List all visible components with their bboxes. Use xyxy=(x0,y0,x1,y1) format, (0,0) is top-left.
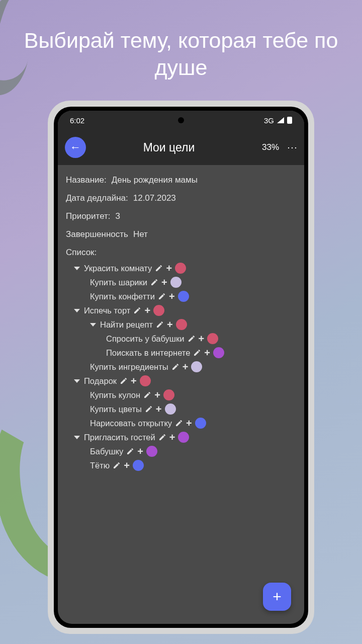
add-child-icon[interactable]: + xyxy=(156,404,162,414)
priority-color-dot[interactable] xyxy=(163,389,174,400)
name-value: День рождения мамы xyxy=(112,175,198,185)
pencil-icon[interactable] xyxy=(133,306,141,314)
priority-color-dot[interactable] xyxy=(178,291,189,302)
tree-item[interactable]: Пригласить гостей+ xyxy=(66,432,296,443)
phone-frame: 6:02 3G ← Мои цели 33% ⋮ Название: xyxy=(48,101,314,634)
tree-item-label: Нарисовать открытку xyxy=(90,419,172,428)
task-tree: Украсить комнату+Купить шарики+Купить ко… xyxy=(66,263,296,471)
add-child-icon[interactable]: + xyxy=(199,334,205,344)
pencil-icon[interactable] xyxy=(155,264,163,272)
caret-down-icon[interactable] xyxy=(74,436,80,439)
pencil-icon[interactable] xyxy=(158,433,166,441)
pencil-icon[interactable] xyxy=(126,447,134,455)
priority-color-dot[interactable] xyxy=(170,277,182,288)
tree-item[interactable]: Бабушку+ xyxy=(66,446,296,457)
pencil-icon[interactable] xyxy=(188,335,196,343)
add-child-icon[interactable]: + xyxy=(124,460,130,470)
priority-color-dot[interactable] xyxy=(191,361,202,372)
battery-icon xyxy=(287,117,292,124)
tree-item[interactable]: Украсить комнату+ xyxy=(66,263,296,274)
name-label: Название: xyxy=(66,175,107,185)
tree-item[interactable]: Купить ингредиенты+ xyxy=(66,361,296,372)
add-child-icon[interactable]: + xyxy=(186,418,192,428)
tree-item[interactable]: Найти рецепт+ xyxy=(66,319,296,330)
phone-screen: 6:02 3G ← Мои цели 33% ⋮ Название: xyxy=(58,111,304,624)
tree-item[interactable]: Спросить у бабушки+ xyxy=(66,333,296,344)
tree-item-label: Украсить комнату xyxy=(84,264,152,273)
pencil-icon[interactable] xyxy=(145,405,153,413)
tree-item-label: Поискать в интернете xyxy=(106,348,190,358)
tree-item-label: Купить конфетти xyxy=(90,292,155,301)
pencil-icon[interactable] xyxy=(158,292,166,300)
camera-cutout xyxy=(178,117,184,123)
page-title: Мои цели xyxy=(76,141,262,154)
priority-color-dot[interactable] xyxy=(176,319,187,330)
pencil-icon[interactable] xyxy=(150,278,158,286)
add-fab-button[interactable]: + xyxy=(263,583,291,611)
priority-color-dot[interactable] xyxy=(195,418,206,429)
add-child-icon[interactable]: + xyxy=(131,376,137,386)
add-child-icon[interactable]: + xyxy=(161,277,167,287)
tree-item-label: Пригласить гостей xyxy=(84,433,155,442)
plus-icon: + xyxy=(273,588,282,605)
add-child-icon[interactable]: + xyxy=(137,446,143,456)
tree-item[interactable]: Подарок+ xyxy=(66,375,296,386)
field-name: Название: День рождения мамы xyxy=(66,175,296,185)
tree-item[interactable]: Нарисовать открытку+ xyxy=(66,418,296,429)
add-child-icon[interactable]: + xyxy=(154,390,160,400)
tree-item-label: Тётю xyxy=(90,461,110,470)
tree-item-label: Купить шарики xyxy=(90,278,147,287)
priority-color-dot[interactable] xyxy=(146,446,157,457)
tree-item[interactable]: Поискать в интернете+ xyxy=(66,347,296,358)
add-child-icon[interactable]: + xyxy=(166,263,172,273)
priority-color-dot[interactable] xyxy=(207,333,218,344)
caret-down-icon[interactable] xyxy=(90,323,96,327)
phone-bezel: 6:02 3G ← Мои цели 33% ⋮ Название: xyxy=(54,107,308,628)
tree-item-label: Подарок xyxy=(84,376,117,386)
tree-item[interactable]: Купить цветы+ xyxy=(66,404,296,415)
caret-down-icon[interactable] xyxy=(74,267,80,270)
app-bar: ← Мои цели 33% ⋮ xyxy=(58,130,304,165)
priority-color-dot[interactable] xyxy=(213,347,224,358)
add-child-icon[interactable]: + xyxy=(144,305,150,315)
status-bar: 6:02 3G xyxy=(58,111,304,130)
tree-item[interactable]: Купить конфетти+ xyxy=(66,291,296,302)
deadline-value: 12.07.2023 xyxy=(133,193,176,203)
tree-item[interactable]: Купить кулон+ xyxy=(66,389,296,400)
complete-value: Нет xyxy=(133,229,148,239)
priority-color-dot[interactable] xyxy=(140,375,151,386)
tree-item[interactable]: Тётю+ xyxy=(66,460,296,471)
deadline-label: Дата дедлайна: xyxy=(66,193,128,203)
caret-down-icon[interactable] xyxy=(74,379,80,383)
pencil-icon[interactable] xyxy=(156,320,164,329)
pencil-icon[interactable] xyxy=(113,461,121,469)
add-child-icon[interactable]: + xyxy=(204,348,210,358)
priority-color-dot[interactable] xyxy=(133,460,144,471)
tree-item-label: Купить ингредиенты xyxy=(90,362,168,372)
tree-item[interactable]: Испечь торт+ xyxy=(66,305,296,316)
add-child-icon[interactable]: + xyxy=(167,319,173,330)
status-right-cluster: 3G xyxy=(264,116,292,125)
field-priority: Приоритет: 3 xyxy=(66,211,296,221)
promo-headline: Выбирай тему, которая тебе по душе xyxy=(0,27,362,82)
tree-item[interactable]: Купить шарики+ xyxy=(66,277,296,288)
priority-color-dot[interactable] xyxy=(153,305,164,316)
pencil-icon[interactable] xyxy=(143,391,151,399)
pencil-icon[interactable] xyxy=(193,349,201,357)
complete-label: Завершенность xyxy=(66,229,128,239)
status-network-label: 3G xyxy=(264,116,274,125)
pencil-icon[interactable] xyxy=(171,363,179,371)
priority-color-dot[interactable] xyxy=(165,404,176,415)
add-child-icon[interactable]: + xyxy=(183,362,189,372)
pencil-icon[interactable] xyxy=(120,377,128,385)
more-menu-button[interactable]: ⋮ xyxy=(287,143,299,152)
priority-color-dot[interactable] xyxy=(178,432,189,443)
priority-color-dot[interactable] xyxy=(175,263,186,274)
field-complete: Завершенность Нет xyxy=(66,229,296,239)
pencil-icon[interactable] xyxy=(175,419,183,427)
tree-item-label: Купить цветы xyxy=(90,405,142,414)
add-child-icon[interactable]: + xyxy=(169,291,175,301)
add-child-icon[interactable]: + xyxy=(169,432,175,442)
caret-down-icon[interactable] xyxy=(74,309,80,312)
list-heading: Список: xyxy=(66,248,296,258)
